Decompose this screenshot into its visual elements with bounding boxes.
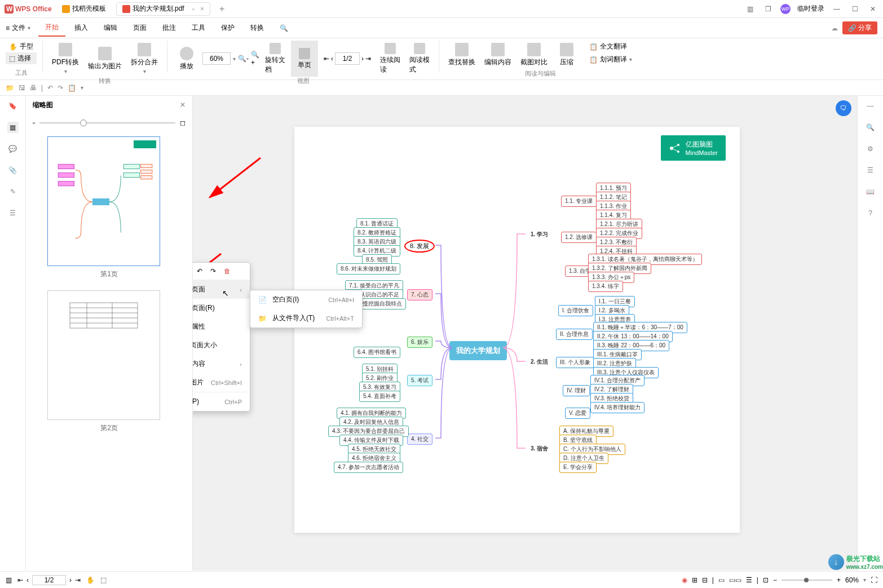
- close-button[interactable]: ✕: [867, 3, 878, 15]
- continuous-button[interactable]: 连续阅读: [377, 41, 404, 77]
- settings-icon[interactable]: ⚙: [865, 143, 876, 154]
- rotate-left-icon[interactable]: ↶: [197, 267, 202, 275]
- zoom-slider[interactable]: [782, 580, 832, 581]
- zoom-in-icon[interactable]: 🔍+: [251, 51, 259, 67]
- menu-tools[interactable]: 工具: [185, 20, 212, 36]
- view-fit-icon[interactable]: ⊞: [692, 576, 697, 584]
- thumbnail-page-1[interactable]: 第1页: [47, 136, 171, 279]
- book-icon[interactable]: 📖: [865, 186, 876, 197]
- compress-button[interactable]: 压缩: [553, 41, 580, 69]
- nav-last-icon[interactable]: ⇥: [75, 576, 81, 584]
- save-icon[interactable]: 🖫: [19, 84, 25, 92]
- ctx-resize-page[interactable]: ⛶ 调整页面大小: [193, 336, 250, 355]
- menu-insert[interactable]: 插入: [68, 20, 95, 36]
- tab-close-icon[interactable]: ×: [200, 5, 204, 13]
- find-replace-button[interactable]: 查找替换: [445, 41, 479, 69]
- play-button[interactable]: 播放: [173, 41, 200, 77]
- tab-templates[interactable]: 找稻壳模板: [56, 2, 112, 16]
- ctx-replace-page[interactable]: 📄 替换页面(R): [193, 299, 250, 317]
- menu-protect[interactable]: 保护: [214, 20, 241, 36]
- full-translate-button[interactable]: 📋 全文翻译: [586, 41, 635, 52]
- menu-annotate[interactable]: 批注: [156, 20, 183, 36]
- tab-menu-icon[interactable]: ▫: [192, 5, 195, 13]
- cube-icon[interactable]: ❒: [762, 3, 774, 15]
- folder-icon[interactable]: 📁: [6, 84, 14, 92]
- thumbnail-size-slider[interactable]: [39, 122, 175, 123]
- zoom-out-button[interactable]: −: [773, 576, 777, 584]
- maximize-button[interactable]: ☐: [849, 3, 860, 15]
- page-last-icon[interactable]: ⇥: [365, 55, 371, 63]
- assistant-badge-icon[interactable]: 🗨: [836, 100, 851, 116]
- status-page-input[interactable]: [32, 575, 66, 585]
- undo-icon[interactable]: ↶: [47, 84, 53, 92]
- screenshot-compare-button[interactable]: 截图对比: [517, 41, 551, 69]
- single-page-button[interactable]: 单页: [291, 41, 318, 77]
- nav-prev-icon[interactable]: ‹: [27, 576, 29, 584]
- paste-icon[interactable]: 📋: [68, 84, 76, 92]
- view-dot-icon[interactable]: ◉: [682, 576, 687, 584]
- menu-start[interactable]: 开始: [38, 19, 65, 37]
- help-icon[interactable]: ?: [865, 207, 876, 219]
- zoom-fit-icon[interactable]: ⊡: [763, 576, 769, 584]
- split-merge-button[interactable]: 拆分合并▾: [127, 41, 161, 77]
- minimize-button[interactable]: —: [831, 3, 842, 15]
- zoom-in-button[interactable]: +: [837, 576, 841, 584]
- page-next-icon[interactable]: ›: [361, 55, 364, 63]
- thumbnail-page-2[interactable]: 第2页: [47, 290, 171, 433]
- layers-icon[interactable]: ☰: [7, 207, 19, 219]
- redo-icon[interactable]: ↷: [58, 84, 63, 92]
- nav-next-icon[interactable]: ›: [69, 576, 72, 584]
- menu-search-icon[interactable]: 🔍: [273, 21, 295, 36]
- print-icon[interactable]: 🖶: [30, 84, 37, 92]
- cloud-icon[interactable]: ☁: [831, 24, 838, 32]
- read-mode-button[interactable]: 阅读模式: [406, 41, 433, 77]
- thumbnail-icon[interactable]: ▦: [7, 122, 19, 133]
- signature-icon[interactable]: ✎: [7, 186, 19, 197]
- rotate-right-icon[interactable]: ↷: [210, 267, 216, 275]
- fullscreen-icon[interactable]: ⛶: [871, 576, 877, 584]
- document-canvas[interactable]: 🗨 亿图脑图MindMaster 我的大学规划 8. 发展 8.1. 普通话证 …: [193, 96, 857, 571]
- bookmark-icon[interactable]: 🔖: [7, 100, 19, 112]
- view-scroll-icon[interactable]: ☰: [746, 576, 752, 584]
- tab-document[interactable]: 我的大学规划.pdf ▫ ×: [116, 2, 210, 16]
- sub-blank-page[interactable]: 📄 空白页(I)Ctrl+Alt+I: [250, 290, 362, 309]
- export-image-button[interactable]: 输出为图片: [85, 41, 125, 77]
- view-double-icon[interactable]: ▭▭: [729, 576, 741, 584]
- ctx-to-image[interactable]: 🖼 转为图片Ctrl+Shift+I: [193, 373, 250, 392]
- ctx-page-properties[interactable]: 📋 页面属性: [193, 317, 250, 336]
- menu-page[interactable]: 页面: [126, 20, 153, 36]
- view-continuous-icon[interactable]: ⊟: [702, 576, 708, 584]
- search-icon[interactable]: 🔍: [865, 122, 876, 133]
- ctx-extract[interactable]: 📤 提取内容›: [193, 355, 250, 373]
- layouts-icon[interactable]: ▥: [744, 3, 756, 15]
- page-input[interactable]: [335, 52, 360, 65]
- view-single-icon[interactable]: ▭: [718, 576, 725, 584]
- file-menu[interactable]: ≡ 文件 ▾: [6, 23, 30, 33]
- zoom-out-icon[interactable]: 🔍-: [238, 55, 249, 63]
- edit-content-button[interactable]: 编辑内容: [481, 41, 515, 69]
- page-first-icon[interactable]: ⇤: [324, 55, 329, 63]
- delete-icon[interactable]: 🗑: [224, 267, 231, 275]
- pdf-convert-button[interactable]: PDF转换▾: [48, 41, 82, 77]
- hand-tool[interactable]: ✋ 手型: [6, 41, 37, 52]
- minus-icon[interactable]: —: [865, 100, 876, 112]
- sidebar-toggle-icon[interactable]: ▥: [6, 576, 12, 584]
- hand-icon[interactable]: ✋: [86, 576, 95, 584]
- comment-icon[interactable]: 💬: [7, 143, 19, 154]
- filter-icon[interactable]: ☰: [865, 165, 876, 176]
- menu-edit[interactable]: 编辑: [97, 20, 124, 36]
- new-tab-button[interactable]: +: [215, 4, 229, 14]
- select-icon[interactable]: ⬚: [100, 576, 107, 584]
- ctx-print[interactable]: 🖶 打印(P)Ctrl+P: [193, 392, 250, 411]
- share-button[interactable]: 🔗 分享: [842, 21, 877, 34]
- login-status[interactable]: 临时登录: [797, 4, 824, 14]
- attachment-icon[interactable]: 📎: [7, 165, 19, 176]
- word-translate-button[interactable]: 📋 划词翻译 ▾: [586, 54, 635, 65]
- zoom-dropdown-icon[interactable]: ▾: [233, 56, 236, 62]
- select-tool[interactable]: ⬚ 选择: [6, 52, 37, 64]
- avatar[interactable]: WP: [780, 4, 791, 14]
- ctx-insert-page[interactable]: 📄 插入页面›: [193, 280, 250, 299]
- menu-convert[interactable]: 转换: [244, 20, 271, 36]
- zoom-input[interactable]: [202, 52, 231, 65]
- nav-first-icon[interactable]: ⇤: [17, 576, 23, 584]
